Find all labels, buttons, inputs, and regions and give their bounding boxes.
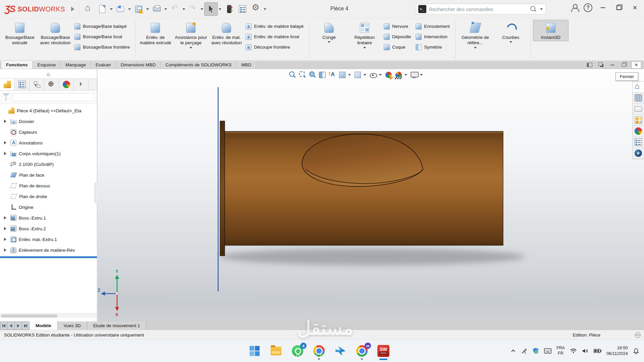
filter-input[interactable] [12, 93, 94, 101]
redo-button[interactable] [186, 2, 200, 16]
edit-appearance-button[interactable] [384, 71, 393, 79]
sketch-line[interactable] [218, 87, 219, 291]
volume-icon[interactable] [582, 348, 589, 354]
battery-icon[interactable] [594, 349, 601, 353]
window-minimize-button[interactable] [597, 3, 608, 13]
boss-extrude-button[interactable]: Bossage/Base extrudé [2, 20, 38, 47]
shell-button[interactable]: Coque [382, 42, 414, 52]
hide-show-items-dropdown-icon[interactable] [379, 74, 382, 76]
open-dropdown-icon[interactable] [128, 8, 131, 10]
print-button[interactable] [150, 2, 163, 16]
panel-tab-display-manager[interactable] [59, 79, 74, 90]
window-restore-button[interactable] [613, 3, 625, 13]
panel-splitter-dot[interactable] [47, 73, 50, 76]
taskbar-explorer-button[interactable] [269, 344, 283, 358]
notifications-bell-icon[interactable] [633, 348, 639, 354]
wrap-button[interactable]: Enroulement [414, 21, 453, 32]
fillet-dropdown-icon[interactable] [328, 41, 330, 43]
logo-flyout-arrow-icon[interactable] [71, 7, 74, 11]
tab-esquisse[interactable]: Esquisse [33, 61, 61, 69]
tab-fonctions[interactable]: Fonctions [1, 61, 33, 69]
display-style-dropdown-icon[interactable] [364, 74, 366, 76]
draft-button[interactable]: Dépouille [382, 32, 414, 42]
hidden-icons-chevron-icon[interactable] [511, 348, 516, 354]
hide-show-items-button[interactable] [369, 71, 383, 79]
tree-item[interactable]: Enlèv. mat.-Extru.1 [0, 234, 97, 245]
next-tab-button[interactable] [15, 321, 22, 330]
new-document-dropdown-icon[interactable] [110, 8, 113, 10]
panel-tab-dimxpert-manager[interactable] [44, 79, 59, 90]
print-dropdown-icon[interactable] [164, 8, 167, 10]
first-tab-button[interactable] [0, 321, 7, 330]
options-button[interactable] [249, 2, 263, 16]
tree-item[interactable]: Plan de dessus [0, 180, 97, 191]
tab-dimensions-mbd[interactable]: Dimensions MBD [116, 61, 161, 69]
instant3d-button[interactable]: Instant3D [533, 20, 569, 41]
taskbar-chrome-button[interactable] [312, 344, 326, 358]
options-dropdown-icon[interactable] [264, 8, 266, 10]
tree-item[interactable]: Boss.-Extru.1 [0, 213, 97, 223]
taskbar-chrome-profile-button[interactable]: m [355, 344, 369, 358]
boss-boundary-button[interactable]: Bossage/Base frontière [73, 42, 133, 52]
window-close-button[interactable]: × [629, 3, 641, 13]
document-restore-button[interactable] [620, 62, 628, 68]
ref-geometry-dropdown-icon[interactable] [474, 47, 477, 49]
boss-loft-button[interactable]: Bossage/Base lissé [73, 32, 133, 42]
view-settings-dropdown-icon[interactable] [420, 74, 423, 76]
pattern-button[interactable]: Répétition linéaire [347, 20, 382, 50]
task-pane-home[interactable] [633, 81, 644, 93]
windows-security-icon[interactable] [532, 348, 539, 354]
taskbar-start-button[interactable] [247, 344, 262, 358]
search-dropdown-icon[interactable] [540, 8, 543, 10]
tab-marquage[interactable]: Marquage [61, 61, 91, 69]
tree-root[interactable]: Pièce 4 (Défaut) <<Défaut>_Eta [0, 105, 97, 116]
rebuild-button[interactable] [222, 2, 236, 16]
tree-item[interactable]: Origine [0, 202, 97, 213]
pen-tool-icon[interactable] [521, 348, 527, 354]
undo-button[interactable] [168, 2, 181, 16]
section-view-button[interactable] [318, 71, 326, 79]
tree-item[interactable]: 2.1030 (CuSn8P) [0, 159, 97, 170]
previous-view-button[interactable] [308, 71, 317, 79]
document-minimize-button[interactable] [608, 62, 616, 68]
bottom-tab-vues-3d[interactable]: Vues 3D [58, 321, 87, 330]
document-dock-button[interactable] [586, 62, 594, 68]
taskbar-whatsapp-button[interactable]: 4 [290, 344, 305, 358]
expand-arrow-icon[interactable] [4, 248, 8, 252]
command-search[interactable]: >_ [416, 4, 546, 14]
fillet-button[interactable]: Congé [311, 20, 347, 44]
select-arrow-button[interactable] [204, 2, 218, 16]
tree-item[interactable]: Plan de face [0, 170, 97, 180]
view-settings-button[interactable] [410, 71, 424, 79]
rollback-bar[interactable] [0, 256, 97, 258]
tree-item[interactable]: Boss.-Extru.2 [0, 223, 97, 234]
panel-tab-expand-tabs[interactable] [74, 79, 89, 90]
panel-tab-configuration-manager[interactable] [30, 79, 44, 90]
open-button[interactable] [114, 2, 127, 16]
zoom-area-button[interactable] [298, 71, 307, 79]
task-pane-appearances[interactable] [633, 126, 644, 137]
boss-sweep-button[interactable]: Bossage/Base balayé [73, 21, 133, 32]
document-close-button[interactable]: × [631, 61, 641, 69]
graphics-viewport[interactable]: Y Z X Fermer [98, 69, 644, 321]
zoom-fit-button[interactable] [288, 71, 297, 79]
tab-evaluer[interactable]: Evaluer [91, 61, 116, 69]
task-pane-file-explorer[interactable] [633, 104, 644, 115]
hole-wizard-button[interactable]: Assistance pour le perçage [173, 20, 209, 50]
task-pane-design-library[interactable] [633, 93, 644, 104]
tree-item[interactable]: Dossier [0, 116, 97, 127]
last-tab-button[interactable] [22, 321, 30, 330]
expand-arrow-icon[interactable] [4, 141, 8, 144]
bottom-tab-etude-de-mouvement-1[interactable]: Etude de mouvement 1 [87, 321, 147, 330]
document-new-window-button[interactable] [597, 62, 605, 68]
annotations-visibility-button[interactable] [328, 71, 336, 79]
task-pane-view-palette[interactable] [633, 115, 644, 126]
apply-scene-button[interactable] [394, 71, 408, 79]
ref-geometry-button[interactable]: Géométrie de référe... [458, 20, 493, 50]
touch-keyboard-icon[interactable] [544, 348, 551, 354]
home-button[interactable] [82, 2, 96, 16]
tab-mbd[interactable]: MBD [236, 61, 256, 69]
cut-loft-button[interactable]: Enlèv. de matière lissé [244, 32, 307, 42]
clock[interactable]: 18:50 06/11/2024 [606, 345, 628, 357]
expand-arrow-icon[interactable] [4, 238, 8, 241]
